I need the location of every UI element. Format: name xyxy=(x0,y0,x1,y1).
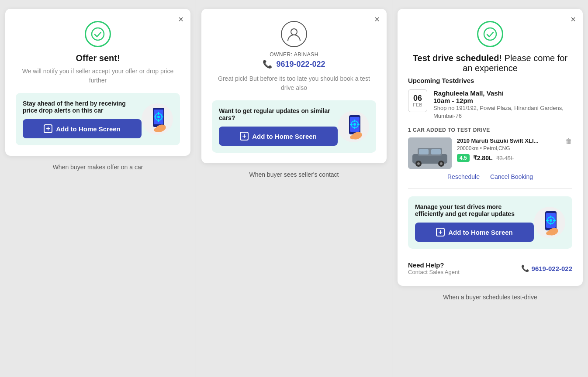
owner-phone: 📞 9619-022-022 xyxy=(212,59,376,69)
close-button[interactable]: × xyxy=(178,15,183,24)
car-item: 2010 Maruti Suzuki Swift XLI... 20000km … xyxy=(408,137,572,169)
upcoming-label: Upcoming Testdrives xyxy=(408,77,572,84)
svg-point-29 xyxy=(440,162,443,165)
body-text: Great pick! But before its too late you … xyxy=(212,74,376,93)
svg-rect-30 xyxy=(419,149,429,154)
alert-banner: Manage your test drives more efficiently… xyxy=(408,196,572,249)
rating-badge: 4.5 xyxy=(457,154,470,162)
owner-label: OWNER: ABINASH xyxy=(212,51,376,58)
panel-offer-sent: × Offer sent! We will notify you if sell… xyxy=(0,0,196,377)
car-price-row: 4.5 ₹2.80L ₹3.45L xyxy=(457,154,560,162)
bottom-label: When buyer makes offer on a car xyxy=(49,164,147,171)
phone-icon: 📞 xyxy=(521,264,529,272)
add-btn-label: Add to Home Screen xyxy=(448,229,513,236)
page-wrapper: × Offer sent! We will notify you if sell… xyxy=(0,0,588,377)
need-help-subtitle: Contact Sales Agent xyxy=(408,269,460,275)
testdrive-day: 06 xyxy=(413,94,422,102)
need-help-phone[interactable]: 📞 9619-022-022 xyxy=(521,264,572,272)
plus-icon: + xyxy=(240,132,249,141)
testdrive-address: Shop no 191/192, Powai Plaza, Hirandani … xyxy=(433,104,572,120)
cancel-booking-link[interactable]: Cancel Booking xyxy=(490,173,533,180)
testdrive-info: Raghuleela Mall, Vashi 10am - 12pm Shop … xyxy=(433,89,572,120)
car-added-label: 1 CAR ADDED TO TEST DRIVE xyxy=(408,127,572,133)
bottom-label: When buyer sees seller's contact xyxy=(246,171,342,178)
add-to-homescreen-button[interactable]: + Add to Home Screen xyxy=(415,223,534,242)
car-image xyxy=(408,137,452,169)
phone-illustration xyxy=(534,207,565,238)
alert-banner: Want to get regular updates on similar c… xyxy=(212,100,376,153)
title-bold: Test drive scheduled! xyxy=(413,53,502,63)
alert-banner: Stay ahead of the herd by receiving pric… xyxy=(16,93,180,145)
reschedule-link[interactable]: Reschedule xyxy=(447,173,480,180)
add-to-homescreen-button[interactable]: + Add to Home Screen xyxy=(219,127,338,146)
seller-contact-card: × OWNER: ABINASH 📞 9619-022-022 Great pi… xyxy=(201,9,387,163)
add-btn-label: Add to Home Screen xyxy=(56,125,121,133)
phone-icon: 📞 xyxy=(263,60,272,69)
plus-icon: + xyxy=(436,228,445,236)
svg-point-4 xyxy=(157,116,160,118)
banner-text: Manage your test drives more efficiently… xyxy=(415,203,529,217)
banner-text: Want to get regular updates on similar c… xyxy=(219,107,332,121)
close-button[interactable]: × xyxy=(571,15,576,24)
test-drive-card: × Test drive scheduled! Please come for … xyxy=(398,9,583,286)
svg-point-27 xyxy=(417,162,420,165)
car-name: 2010 Maruti Suzuki Swift XLI... xyxy=(457,137,560,144)
bottom-label: When a buyer schedules test-drive xyxy=(439,294,541,301)
add-btn-label: Add to Home Screen xyxy=(252,133,317,140)
testdrive-time: 10am - 12pm xyxy=(433,97,572,104)
phone-number: 9619-022-022 xyxy=(532,265,572,272)
banner-text: Stay ahead of the herd by receiving pric… xyxy=(23,100,136,114)
svg-point-11 xyxy=(291,29,297,35)
card-title: Offer sent! xyxy=(16,53,180,63)
svg-point-22 xyxy=(484,28,496,40)
car-price-old: ₹3.45L xyxy=(496,155,514,161)
car-details: 2010 Maruti Suzuki Swift XLI... 20000km … xyxy=(457,137,560,162)
card-subtitle: We will notify you if seller accept your… xyxy=(16,67,180,85)
need-help-title: Need Help? xyxy=(408,261,460,269)
testdrive-month: FEB xyxy=(413,102,422,107)
owner-avatar xyxy=(281,21,307,47)
plus-icon: + xyxy=(44,124,52,133)
need-help-info: Need Help? Contact Sales Agent xyxy=(408,261,460,275)
svg-rect-31 xyxy=(431,149,441,154)
date-box: 06 FEB xyxy=(408,89,427,112)
venue-name: Raghuleela Mall, Vashi xyxy=(433,89,572,97)
car-price: ₹2.80L xyxy=(473,154,493,161)
actions-row: Reschedule Cancel Booking xyxy=(408,173,572,180)
offer-sent-card: × Offer sent! We will notify you if sell… xyxy=(5,9,190,156)
need-help-row: Need Help? Contact Sales Agent 📞 9619-02… xyxy=(408,255,572,275)
svg-point-35 xyxy=(550,219,552,222)
delete-icon[interactable]: 🗑 xyxy=(565,137,572,145)
close-button[interactable]: × xyxy=(374,15,380,24)
card-title: Test drive scheduled! Please come for an… xyxy=(408,53,572,73)
panel-seller-contact: × OWNER: ABINASH 📞 9619-022-022 Great pi… xyxy=(196,0,392,377)
car-meta: 20000km • Petrol,CNG xyxy=(457,145,560,151)
phone-illustration xyxy=(338,111,369,142)
phone-illustration xyxy=(142,103,173,135)
add-to-homescreen-button[interactable]: + Add to Home Screen xyxy=(23,119,142,138)
success-icon xyxy=(85,21,111,47)
panel-test-drive: × Test drive scheduled! Please come for … xyxy=(392,0,588,377)
svg-point-15 xyxy=(353,123,356,126)
svg-point-0 xyxy=(92,28,104,40)
testdrive-entry: 06 FEB Raghuleela Mall, Vashi 10am - 12p… xyxy=(408,89,572,120)
success-icon xyxy=(477,21,503,47)
